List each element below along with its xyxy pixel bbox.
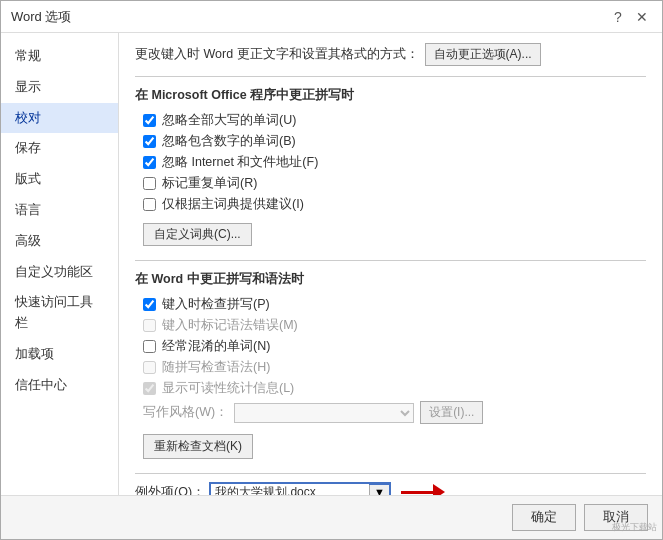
sidebar-item-language[interactable]: 语言 (1, 195, 118, 226)
main-content: 更改键入时 Word 更正文字和设置其格式的方式： 自动更正选项(A)... 在… (119, 33, 662, 495)
checkbox-check-spelling-input[interactable] (143, 298, 156, 311)
checkbox-ignore-uppercase: 忽略全部大写的单词(U) (143, 112, 646, 129)
word-options-dialog: Word 选项 ? ✕ 常规 显示 校对 保存 版式 语言 高级 自定义功能区 … (0, 0, 663, 540)
checkbox-ignore-numbers: 忽略包含数字的单词(B) (143, 133, 646, 150)
sidebar-item-general[interactable]: 常规 (1, 41, 118, 72)
sidebar: 常规 显示 校对 保存 版式 语言 高级 自定义功能区 快速访问工具栏 加载项 … (1, 33, 119, 495)
checkbox-ignore-internet-input[interactable] (143, 156, 156, 169)
divider-2 (135, 260, 646, 261)
checkbox-confused-words-input[interactable] (143, 340, 156, 353)
sidebar-item-quickaccess[interactable]: 快速访问工具栏 (1, 287, 118, 339)
checkbox-ignore-uppercase-label: 忽略全部大写的单词(U) (162, 112, 296, 129)
custom-dict-button[interactable]: 自定义词典(C)... (143, 223, 252, 246)
sidebar-item-advanced[interactable]: 高级 (1, 226, 118, 257)
checkbox-main-dict: 仅根据主词典提供建议(I) (143, 196, 646, 213)
checkbox-main-dict-label: 仅根据主词典提供建议(I) (162, 196, 304, 213)
dialog-title: Word 选项 (11, 8, 71, 26)
close-button[interactable]: ✕ (632, 7, 652, 27)
sidebar-item-trustcenter[interactable]: 信任中心 (1, 370, 118, 401)
dialog-body: 常规 显示 校对 保存 版式 语言 高级 自定义功能区 快速访问工具栏 加载项 … (1, 33, 662, 495)
autocorrect-desc-row: 更改键入时 Word 更正文字和设置其格式的方式： 自动更正选项(A)... (135, 43, 646, 66)
watermark: 极光下载站 (612, 521, 657, 534)
sidebar-item-proofing[interactable]: 校对 (1, 103, 118, 134)
section2-header: 在 Word 中更正拼写和语法时 (135, 271, 646, 290)
checkbox-confused-words: 经常混淆的单词(N) (143, 338, 646, 355)
sidebar-item-layout[interactable]: 版式 (1, 164, 118, 195)
autocorrect-description: 更改键入时 Word 更正文字和设置其格式的方式： (135, 46, 419, 63)
checkbox-main-dict-input[interactable] (143, 198, 156, 211)
exception-highlight: ▼ (209, 482, 391, 495)
checkbox-readability: 显示可读性统计信息(L) (143, 380, 646, 397)
checkbox-repeated-words: 标记重复单词(R) (143, 175, 646, 192)
checkbox-confused-words-label: 经常混淆的单词(N) (162, 338, 270, 355)
writing-style-row: 写作风格(W)： 设置(I)... (143, 401, 646, 424)
ok-button[interactable]: 确定 (512, 504, 576, 531)
red-arrow-shaft (401, 491, 433, 494)
divider-1 (135, 76, 646, 77)
title-controls: ? ✕ (608, 7, 652, 27)
checkbox-readability-input[interactable] (143, 382, 156, 395)
exception-dropdown-button[interactable]: ▼ (369, 485, 389, 495)
sidebar-item-ribbon[interactable]: 自定义功能区 (1, 257, 118, 288)
exception-select-wrapper: ▼ (209, 482, 391, 495)
checkbox-mark-grammar-input[interactable] (143, 319, 156, 332)
checkbox-grammar-with-spelling: 随拼写检查语法(H) (143, 359, 646, 376)
help-button[interactable]: ? (608, 7, 628, 27)
checkbox-grammar-with-spelling-label: 随拼写检查语法(H) (162, 359, 270, 376)
exception-file-input[interactable] (211, 484, 369, 495)
checkbox-repeated-words-label: 标记重复单词(R) (162, 175, 257, 192)
checkbox-ignore-numbers-input[interactable] (143, 135, 156, 148)
checkbox-check-spelling-label: 键入时检查拼写(P) (162, 296, 270, 313)
autocorrect-options-button[interactable]: 自动更正选项(A)... (425, 43, 541, 66)
exception-label: 例外项(O)： (135, 484, 205, 496)
checkbox-ignore-uppercase-input[interactable] (143, 114, 156, 127)
writing-style-select[interactable] (234, 403, 414, 423)
sidebar-item-display[interactable]: 显示 (1, 72, 118, 103)
section1-header: 在 Microsoft Office 程序中更正拼写时 (135, 87, 646, 106)
red-arrow-indicator (401, 484, 445, 495)
checkbox-ignore-numbers-label: 忽略包含数字的单词(B) (162, 133, 296, 150)
checkbox-mark-grammar: 键入时标记语法错误(M) (143, 317, 646, 334)
divider-3 (135, 473, 646, 474)
checkbox-repeated-words-input[interactable] (143, 177, 156, 190)
exception-row: 例外项(O)： ▼ (135, 482, 646, 495)
checkbox-mark-grammar-label: 键入时标记语法错误(M) (162, 317, 298, 334)
red-arrow-head (433, 484, 445, 495)
dialog-footer: 确定 取消 (1, 495, 662, 539)
settings-button[interactable]: 设置(I)... (420, 401, 483, 424)
title-bar: Word 选项 ? ✕ (1, 1, 662, 33)
recheck-document-button[interactable]: 重新检查文档(K) (143, 434, 253, 459)
checkbox-check-spelling: 键入时检查拼写(P) (143, 296, 646, 313)
checkbox-ignore-internet: 忽略 Internet 和文件地址(F) (143, 154, 646, 171)
exception-section: 例外项(O)： ▼ 只隐藏此文 (135, 482, 646, 495)
checkbox-grammar-with-spelling-input[interactable] (143, 361, 156, 374)
sidebar-item-save[interactable]: 保存 (1, 133, 118, 164)
writing-style-label: 写作风格(W)： (143, 404, 228, 421)
checkbox-readability-label: 显示可读性统计信息(L) (162, 380, 294, 397)
checkbox-ignore-internet-label: 忽略 Internet 和文件地址(F) (162, 154, 318, 171)
sidebar-item-addins[interactable]: 加载项 (1, 339, 118, 370)
